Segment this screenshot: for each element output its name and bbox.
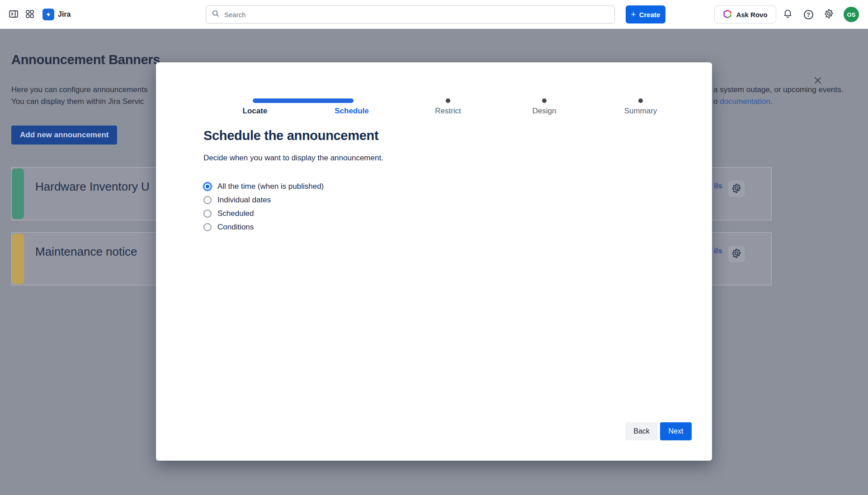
question-mark-icon: ?	[804, 10, 813, 19]
sidebar-expand-icon	[8, 9, 19, 21]
card-accent-bar-green	[12, 168, 24, 219]
radio-option-conditions[interactable]: Conditions	[203, 223, 324, 231]
modal-subtitle: Decide when you want to display the anno…	[203, 154, 383, 163]
card-title: Maintenance notice	[35, 245, 137, 259]
plus-icon: +	[631, 10, 636, 19]
modal-title: Schedule the announcement	[203, 128, 378, 143]
radio-unselected-icon	[203, 210, 212, 218]
create-button[interactable]: + Create	[626, 5, 665, 23]
ask-rovo-label: Ask Rovo	[736, 11, 767, 19]
sidebar-toggle-button[interactable]	[7, 8, 20, 21]
global-search[interactable]	[206, 5, 615, 23]
next-button[interactable]: Next	[660, 422, 692, 440]
step-dot-design	[542, 98, 547, 103]
create-button-label: Create	[639, 11, 660, 19]
jira-logo-icon[interactable]	[42, 9, 54, 20]
page-title: Announcement Banners	[11, 52, 160, 67]
help-button[interactable]: ?	[802, 8, 815, 21]
step-schedule[interactable]: Schedule	[307, 107, 397, 116]
step-dot-restrict	[446, 98, 450, 103]
bell-icon	[783, 9, 793, 20]
step-summary[interactable]: Summary	[595, 107, 686, 116]
schedule-options-group: All the time (when is published) Individ…	[203, 182, 324, 237]
add-new-announcement-button[interactable]: Add new announcement	[11, 126, 117, 145]
page-intro-left-fragment: Here you can configure announcements You…	[11, 84, 157, 107]
radio-option-all-the-time[interactable]: All the time (when is published)	[203, 182, 324, 191]
details-link-fragment[interactable]: ils	[714, 247, 722, 256]
intro-line-2-right: o documentation.	[713, 96, 843, 107]
documentation-link[interactable]: documentation	[720, 97, 770, 106]
radio-selected-icon	[203, 182, 212, 191]
rovo-icon	[723, 9, 732, 20]
top-navigation-bar: Jira + Create Ask Rovo ?	[0, 0, 868, 29]
dismiss-info-banner-button[interactable]	[811, 74, 824, 87]
search-input[interactable]	[224, 11, 609, 19]
ask-rovo-button[interactable]: Ask Rovo	[714, 5, 776, 23]
intro-line-2: You can display them within Jira Servic	[11, 96, 157, 107]
radio-option-individual-dates[interactable]: Individual dates	[203, 196, 324, 204]
radio-unselected-icon	[203, 223, 212, 231]
step-locate[interactable]: Locate	[210, 107, 300, 116]
step-dot-summary	[638, 98, 643, 103]
schedule-announcement-modal: Locate Schedule Restrict Design Summary …	[156, 62, 712, 461]
card-accent-bar-yellow	[12, 233, 24, 284]
app-name: Jira	[58, 0, 71, 29]
back-button[interactable]: Back	[625, 422, 658, 440]
card-settings-button[interactable]	[728, 181, 745, 197]
gear-icon	[731, 248, 742, 260]
app-grid-icon	[25, 9, 35, 20]
radio-option-scheduled[interactable]: Scheduled	[203, 210, 324, 218]
search-icon	[212, 9, 220, 19]
card-title: Hardware Inventory U	[35, 180, 150, 194]
card-settings-button[interactable]	[728, 246, 745, 262]
avatar-initials: OS	[847, 11, 856, 18]
user-avatar[interactable]: OS	[844, 7, 859, 22]
notifications-button[interactable]	[781, 8, 794, 21]
step-restrict[interactable]: Restrict	[403, 107, 493, 116]
page-intro-right-fragment: a system outage, or upcoming events. o d…	[713, 84, 843, 107]
details-link-fragment[interactable]: ils	[714, 182, 722, 191]
step-design[interactable]: Design	[499, 107, 590, 116]
app-switcher-button[interactable]	[24, 8, 36, 21]
radio-unselected-icon	[203, 196, 212, 204]
stepper-progress-bar	[253, 98, 354, 103]
jira-admin-screen: Jira + Create Ask Rovo ?	[0, 0, 868, 495]
gear-icon	[731, 183, 742, 195]
settings-button[interactable]	[822, 8, 835, 21]
gear-icon	[824, 9, 834, 20]
intro-line-1: Here you can configure announcements	[11, 84, 157, 96]
